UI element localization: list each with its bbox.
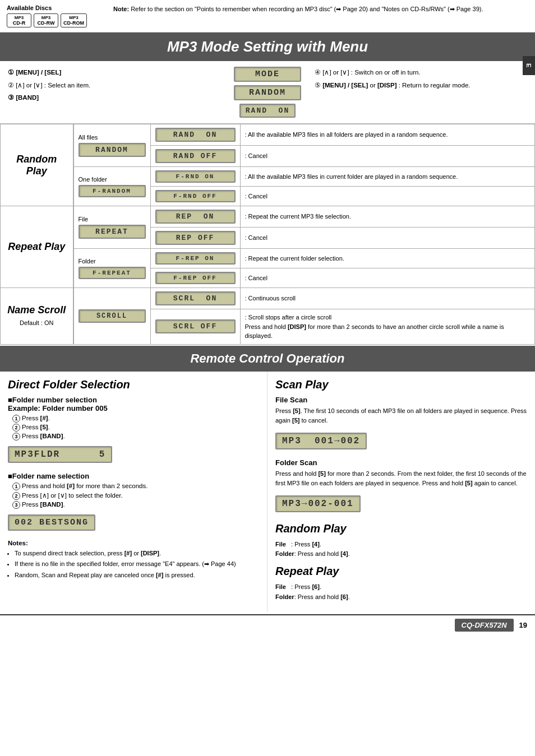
name-scroll-row-1: Name Scroll Default : ON SCROLL SCRL ON …	[1, 288, 535, 309]
lcd-rep-off-cell: REP OFF	[150, 228, 240, 249]
note-1: To suspend direct track selection, press…	[15, 549, 259, 558]
step3: ③ [BAND]	[8, 92, 220, 104]
page-footer: CQ-DFX572N 19	[0, 614, 535, 635]
disc-cdrw: MP3 CD-RW	[34, 13, 58, 27]
notes-title: Notes:	[8, 540, 259, 546]
available-discs-title: Available Discs	[7, 4, 108, 11]
desc-scrl-off: : Scroll stops after a circle scroll Pre…	[240, 309, 535, 345]
file-scan-text: Press [5]. The first 10 seconds of each …	[275, 406, 527, 426]
lcd-frep-off-cell: F-REP OFF	[150, 268, 240, 288]
desc-frep-on: : Repeat the current folder selection.	[240, 249, 535, 268]
disc-icons: MP3 CD-R MP3 CD-RW MP3 CD-ROM	[7, 13, 108, 27]
desc-frep-off: : Cancel	[240, 268, 535, 288]
lower-content: Direct Folder Selection ■Folder number s…	[0, 372, 535, 613]
note-content: Refer to the section on "Points to remem…	[129, 6, 483, 12]
lcd-frandom: F-RANDOM	[79, 185, 146, 197]
all-files-label: All files RANDOM	[73, 124, 151, 167]
lcd-scrl-off-cell: SCRL OFF	[150, 309, 240, 345]
repeat-play-rc-title: Repeat Play	[275, 565, 527, 578]
disc-cdrom: MP3 CD-ROM	[61, 13, 87, 27]
desc-frnd-off: : Cancel	[240, 187, 535, 206]
lcd-repeat: REPEAT	[79, 225, 146, 239]
name-scroll-label: Name Scroll Default : ON	[1, 288, 73, 345]
lcd-scan-folder: MP3→002-001	[275, 495, 361, 512]
note-text: Note: Refer to the section on "Points to…	[113, 4, 528, 14]
note-2: If there is no file in the specified fol…	[15, 559, 259, 569]
notes-section: Notes: To suspend direct track selection…	[8, 540, 259, 580]
main-settings-table: Random Play All files RANDOM RAND ON : A…	[0, 124, 535, 345]
repeat-play-row-3: Folder F-REPEAT F-REP ON : Repeat the cu…	[1, 249, 535, 268]
lcd-frepeat: F-REPEAT	[79, 267, 146, 279]
step-name-3: 3Press [BAND].	[12, 501, 259, 509]
desc-rep-off: : Cancel	[240, 228, 535, 249]
lang-tab-num: 16	[462, 62, 472, 72]
step-num-2: 2Press [5].	[12, 424, 259, 432]
direct-folder-title: Direct Folder Selection	[8, 378, 259, 391]
note-3: Random, Scan and Repeat play are cancele…	[15, 571, 259, 580]
available-discs: Available Discs MP3 CD-R MP3 CD-RW MP3 C…	[7, 4, 108, 27]
lcd-random: RANDOM	[234, 85, 301, 100]
lcd-mode: MODE	[234, 67, 301, 82]
lcd-folder-num: MP3FLDR 5	[8, 446, 112, 463]
menu-steps-left: ① [MENU] / [SEL] ② [∧] or [∨] : Select a…	[8, 67, 220, 105]
desc-rand-on-all: : All the available MP3 files in all fol…	[240, 124, 535, 146]
lcd-frnd-on-cell: F-RND ON	[150, 167, 240, 187]
step-name-2: 2Press [∧] or [∨] to select the folder.	[12, 491, 259, 500]
step-name-1: 1Press and hold [#] for more than 2 seco…	[12, 483, 259, 490]
step1: ① [MENU] / [SEL]	[8, 67, 220, 78]
folder-name-title: ■Folder name selection	[8, 472, 259, 480]
folder-scan-title: Folder Scan	[275, 458, 527, 467]
desc-frnd-on: : All the available MP3 files in current…	[240, 167, 535, 187]
file-scan-title: File Scan	[275, 396, 527, 404]
name-scroll-title: Name Scroll	[7, 304, 66, 316]
main-title-banner: MP3 Mode Setting with Menu	[0, 33, 535, 61]
folder-scan-text: Press and hold [5] for more than 2 secon…	[275, 469, 527, 489]
folder-name-steps: 1Press and hold [#] for more than 2 seco…	[12, 483, 259, 509]
desc-scrl-on: : Continuous scroll	[240, 288, 535, 309]
notes-list: To suspend direct track selection, press…	[8, 549, 259, 580]
remote-control-banner: Remote Control Operation	[0, 346, 535, 372]
disc-cdr: MP3 CD-R	[7, 13, 31, 27]
lcd-frnd-off-cell: F-RND OFF	[150, 187, 240, 206]
repeat-play-row-1: Repeat Play File REPEAT REP ON : Repeat …	[1, 206, 535, 228]
repeat-play-label: Repeat Play	[1, 206, 73, 288]
step2: ② [∧] or [∨] : Select an item.	[8, 80, 220, 91]
left-column: Direct Folder Selection ■Folder number s…	[0, 372, 268, 613]
lcd-scan-file: MP3 001→002	[275, 433, 367, 449]
step-num-1: 1Press [#].	[12, 415, 259, 423]
note-bold: Note:	[113, 6, 129, 12]
lcd-random-all: RANDOM	[79, 143, 146, 157]
folder-label: Folder F-REPEAT	[73, 249, 151, 288]
lcd-rep-on-cell: REP ON	[150, 206, 240, 228]
random-play-row-3: One folder F-RANDOM F-RND ON : All the a…	[1, 167, 535, 187]
scan-play-title: Scan Play	[275, 378, 527, 391]
one-folder-label: One folder F-RANDOM	[73, 167, 151, 206]
step-num-3: 3Press [BAND].	[12, 433, 259, 440]
scroll-sub-label: SCROLL	[73, 288, 151, 345]
model-badge: CQ-DFX572N	[455, 619, 514, 632]
random-play-row-1: Random Play All files RANDOM RAND ON : A…	[1, 124, 535, 146]
step5: ⑤ [MENU] / [SEL] or [DISP] : Return to r…	[315, 80, 527, 91]
lcd-scroll: SCROLL	[79, 309, 146, 323]
lang-tab: ENGLISH 16	[523, 56, 535, 75]
lcd-rand-on: RAND ON	[239, 104, 296, 118]
random-play-rc-title: Random Play	[275, 522, 527, 535]
lcd-rand-on-cell: RAND ON	[150, 124, 240, 146]
random-play-label: Random Play	[1, 124, 73, 206]
top-section: Available Discs MP3 CD-R MP3 CD-RW MP3 C…	[0, 0, 535, 33]
name-scroll-default: Default : ON	[20, 319, 54, 326]
random-play-rc-text: File : Press [4]. Folder: Press and hold…	[275, 540, 527, 559]
page-number: 19	[519, 621, 527, 629]
right-column: Scan Play File Scan Press [5]. The first…	[268, 372, 535, 613]
lcd-folder-name: 002 BESTSONG	[8, 514, 95, 531]
folder-num-steps: 1Press [#]. 2Press [5]. 3Press [BAND].	[12, 415, 259, 440]
repeat-play-rc-text: File : Press [6]. Folder: Press and hold…	[275, 582, 527, 602]
lcd-rand-off-cell: RAND OFF	[150, 146, 240, 167]
lcd-frep-on-cell: F-REP ON	[150, 249, 240, 268]
file-label: File REPEAT	[73, 206, 151, 249]
desc-rand-off-all: : Cancel	[240, 146, 535, 167]
desc-rep-on: : Repeat the current MP3 file selection.	[240, 206, 535, 228]
folder-num-title: ■Folder number selection Example: Folder…	[8, 396, 259, 412]
lcd-scrl-on-cell: SCRL ON	[150, 288, 240, 309]
lcd-steps-col: MODE RANDOM RAND ON	[223, 67, 312, 118]
